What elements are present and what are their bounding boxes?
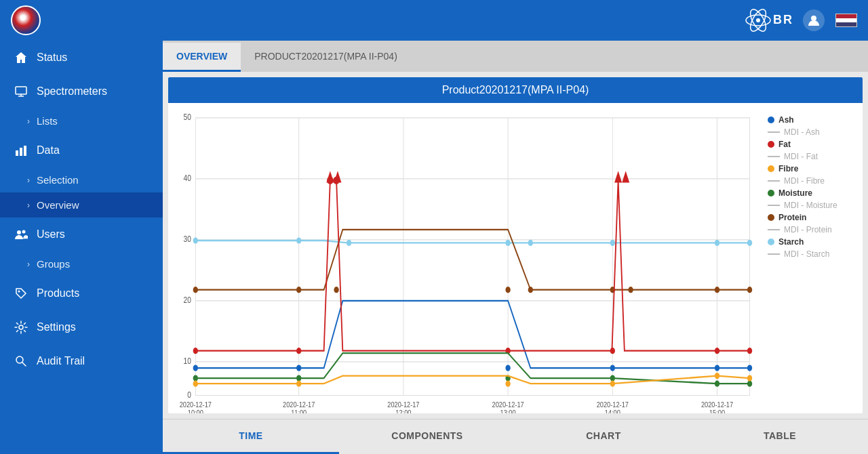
bottom-tab-chart[interactable]: CHART [515,419,692,454]
legend-starch: Starch [768,237,852,247]
svg-point-82 [296,375,301,381]
legend-dot-starch [768,239,774,245]
bottom-tab-time[interactable]: TIME [163,419,339,454]
content-area: OVERVIEW PRODUCT20201217(MPA II-P04) Pro… [163,41,868,454]
svg-point-61 [715,287,719,293]
svg-text:10: 10 [184,356,191,365]
language-flag[interactable] [835,14,857,27]
sidebar-item-products[interactable]: Products [0,276,163,310]
header: BRUKER [0,0,868,41]
svg-point-92 [747,375,752,381]
sidebar-item-status[interactable]: Status [0,41,163,75]
svg-point-88 [296,381,301,387]
legend-dot-moisture [768,190,774,197]
sidebar-item-data[interactable]: Data [0,133,163,167]
legend-dot-ash [768,117,774,123]
svg-point-3 [756,18,760,22]
people-icon [14,227,28,242]
sidebar-label-spectrometers: Spectrometers [37,85,107,98]
svg-point-55 [296,287,301,293]
legend-mdi-starch: MDI - Starch [768,249,852,259]
sidebar-sub-item-lists[interactable]: › Lists [0,108,163,133]
legend-line-mdi-fat [768,156,780,157]
sidebar-label-overview: Overview [37,199,79,211]
tab-overview[interactable]: OVERVIEW [163,43,241,72]
svg-text:11:00: 11:00 [291,409,307,413]
svg-point-10 [17,230,21,234]
sidebar-label-data: Data [37,144,60,157]
svg-point-91 [715,373,719,379]
monitor-icon [14,84,28,99]
header-left [11,5,41,35]
sidebar-item-users[interactable]: Users [0,218,163,251]
legend-fat: Fat [768,140,852,149]
svg-rect-6 [16,87,26,94]
svg-point-54 [193,287,198,293]
chart-legend: Ash MDI - Ash Fat MDI - Fat [762,108,857,413]
sidebar-sub-item-groups[interactable]: › Groups [0,251,163,276]
svg-text:15:00: 15:00 [709,409,725,413]
sidebar-sub-item-selection[interactable]: › Selection [0,167,163,192]
svg-rect-9 [24,146,26,156]
sidebar-label-settings: Settings [37,321,76,333]
legend-line-mdi-moisture [768,205,780,206]
svg-text:2020-12-17: 2020-12-17 [701,400,733,409]
svg-text:20: 20 [184,295,191,304]
svg-text:BRUKER: BRUKER [773,13,792,26]
svg-point-66 [610,365,615,371]
svg-point-68 [747,365,752,371]
legend-fibre: Fibre [768,164,852,173]
bottom-tab-components[interactable]: COMPONENTS [339,419,515,454]
svg-point-90 [610,381,615,387]
audit-icon [14,354,28,369]
svg-point-63 [193,365,198,371]
legend-mdi-fibre: MDI - Fibre [768,176,852,186]
svg-point-56 [334,287,338,293]
svg-point-48 [347,240,351,246]
header-right: BRUKER [724,7,857,34]
chart-svg-area: 50 40 30 20 10 0 [174,108,762,413]
svg-point-5 [811,16,816,21]
sidebar-label-users: Users [37,228,65,241]
sidebar-label-status: Status [37,51,67,64]
app-logo [11,5,41,35]
legend-line-mdi-ash [768,131,780,133]
svg-point-62 [747,287,752,293]
sidebar-item-audit-trail[interactable]: Audit Trail [0,344,163,378]
svg-marker-73 [326,171,334,182]
chart-container: Product20201217(MPA II-P04) 50 40 30 20 … [168,77,863,413]
chevron-icon-2: › [27,176,30,185]
chart-svg: 50 40 30 20 10 0 [174,108,762,413]
sidebar-label-products: Products [37,287,79,300]
svg-marker-75 [614,171,622,182]
bruker-logo-svg: BRUKER [724,7,792,34]
svg-text:30: 30 [184,234,191,243]
svg-point-69 [193,348,198,354]
sidebar-item-settings[interactable]: Settings [0,310,163,344]
svg-point-11 [22,230,26,234]
user-avatar[interactable] [803,9,825,31]
bottom-tab-table[interactable]: TABLE [692,419,868,454]
tab-product[interactable]: PRODUCT20201217(MPA II-P04) [241,43,411,72]
sidebar-item-spectrometers[interactable]: Spectrometers [0,75,163,108]
legend-protein: Protein [768,213,852,222]
legend-mdi-moisture: MDI - Moisture [768,201,852,210]
svg-point-13 [19,325,23,329]
svg-point-53 [747,240,752,246]
bottom-tabs: TIME COMPONENTS CHART TABLE [163,419,868,454]
sidebar-label-groups: Groups [37,258,70,270]
sidebar-sub-item-overview[interactable]: › Overview [0,192,163,218]
svg-text:2020-12-17: 2020-12-17 [283,400,315,409]
main-layout: Status Spectrometers › Lists Data › Sele… [0,41,868,454]
sidebar-label-audit-trail: Audit Trail [37,355,85,367]
legend-line-mdi-fibre [768,180,780,182]
svg-text:50: 50 [184,112,191,121]
svg-point-49 [505,240,510,246]
svg-point-80 [747,348,752,354]
svg-point-81 [193,375,198,381]
bar-chart-icon [14,143,28,158]
svg-point-87 [193,381,198,387]
chevron-icon-4: › [27,260,30,269]
svg-point-85 [715,381,719,387]
legend-dot-fat [768,141,774,148]
